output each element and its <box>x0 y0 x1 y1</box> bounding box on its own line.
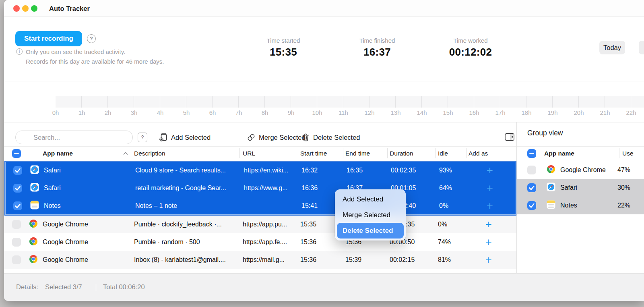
col-url[interactable]: URL <box>243 150 255 157</box>
hour-label: 3h <box>122 109 146 116</box>
search-input[interactable] <box>15 131 133 144</box>
row-checkbox[interactable] <box>527 183 536 192</box>
stat-time-finished: Time finished 16:37 <box>333 37 421 58</box>
timeline-ruler[interactable] <box>56 96 644 108</box>
row-checkbox[interactable] <box>527 201 536 210</box>
stat-time-started: Time started 15:35 <box>239 37 328 58</box>
footer-divider <box>96 284 96 291</box>
col-add-as[interactable]: Add as <box>469 150 488 157</box>
zoom-window-button[interactable] <box>31 5 37 12</box>
safari-icon <box>30 165 39 176</box>
url: https://en.wiki... <box>244 167 288 174</box>
total-duration: Total 00:06:20 <box>103 283 145 291</box>
row-checkbox[interactable] <box>12 255 21 264</box>
side-panel-toggle-button[interactable] <box>505 133 514 142</box>
chrome-icon <box>547 165 555 175</box>
col-duration[interactable]: Duration <box>390 150 413 157</box>
add-as-plus-button[interactable]: + <box>481 218 496 231</box>
today-button[interactable]: Today <box>599 41 625 54</box>
duration: 00:02:15 <box>390 256 415 263</box>
group-select-all-checkbox[interactable] <box>527 149 536 158</box>
group-col-app-name[interactable]: App name <box>544 150 574 157</box>
menu-item-delete-selected[interactable]: Delete Selected <box>337 223 404 239</box>
minimize-window-button[interactable] <box>22 5 29 12</box>
start-recording-button[interactable]: Start recording <box>15 31 82 46</box>
hour-label: 6h <box>200 109 225 116</box>
merge-selected-button[interactable]: Merge Selected <box>247 132 305 143</box>
row-checkbox[interactable] <box>13 201 22 210</box>
help-icon[interactable]: ? <box>87 34 96 43</box>
group-row[interactable]: Safari 30% <box>517 179 644 197</box>
details-label: Details: <box>16 283 38 291</box>
table-row[interactable]: Google Chrome Pumble · clockify_feedback… <box>4 216 517 233</box>
table-row[interactable]: Notes Notes – 1 note 15:41 15:44 00:02:4… <box>5 197 516 215</box>
row-checkbox[interactable] <box>13 184 22 193</box>
col-start-time[interactable]: Start time <box>300 150 327 157</box>
description: Pumble · clockify_feedback ·... <box>134 221 222 228</box>
url: https://app.pu... <box>243 221 287 228</box>
col-end-time[interactable]: End time <box>345 150 370 157</box>
group-view-title: Group view <box>527 129 563 137</box>
date-nav-partial-button[interactable] <box>639 41 644 54</box>
idle-percent: 64% <box>439 185 452 192</box>
row-checkbox[interactable] <box>13 166 22 175</box>
col-idle[interactable]: Idle <box>438 150 448 157</box>
chrome-icon <box>29 255 38 265</box>
section-divider <box>4 122 644 122</box>
add-as-plus-button[interactable]: + <box>482 182 497 195</box>
row-checkbox[interactable] <box>527 166 536 174</box>
group-col-use[interactable]: Use <box>622 150 634 157</box>
hour-label: 1h <box>70 109 94 116</box>
start-time: 15:36 <box>300 256 316 263</box>
col-app-name[interactable]: App name <box>43 150 73 157</box>
add-as-plus-button[interactable]: + <box>481 236 496 249</box>
stat-label: Time started <box>239 37 328 44</box>
table-row[interactable]: Safari retail marketing - Google Sear...… <box>5 179 516 197</box>
table-row[interactable]: Google Chrome Inbox (8) - karlabtest1@gm… <box>4 251 517 269</box>
search-help-button[interactable]: ? <box>138 133 147 142</box>
use-percent: 47% <box>617 166 630 174</box>
app-name: Notes <box>44 202 61 210</box>
add-as-plus-button[interactable]: + <box>482 200 497 212</box>
menu-item-merge-selected[interactable]: Merge Selected <box>337 207 404 223</box>
table-row[interactable]: Safari Cloud 9 store - Search results...… <box>5 162 516 179</box>
group-row[interactable]: Notes 22% <box>517 197 644 214</box>
stat-time-worked: Time worked 00:12:02 <box>426 37 515 58</box>
add-selected-label: Add Selected <box>171 134 211 141</box>
add-timesheet-icon <box>159 133 167 141</box>
idle-percent: 0% <box>438 221 447 228</box>
privacy-note-line2: Records for this day are available for 4… <box>26 58 164 65</box>
hour-label: 10h <box>305 109 329 116</box>
merge-links-icon <box>247 133 255 141</box>
duration: 00:02:35 <box>391 167 416 174</box>
hour-label: 2h <box>96 109 120 116</box>
col-description[interactable]: Description <box>134 150 165 157</box>
select-all-checkbox[interactable] <box>12 149 21 158</box>
hour-label: 18h <box>514 109 539 116</box>
hour-label: 20h <box>567 109 591 116</box>
idle-percent: 74% <box>438 239 451 246</box>
selected-rows-block: Safari Cloud 9 store - Search results...… <box>4 161 517 216</box>
sort-ascending-icon[interactable] <box>123 152 128 155</box>
table-row[interactable]: Google Chrome Pumble · random · 500 http… <box>4 233 517 251</box>
use-percent: 30% <box>617 184 630 191</box>
delete-selected-button[interactable]: Delete Selected <box>302 132 360 143</box>
close-window-button[interactable] <box>13 5 20 12</box>
hour-label: 12h <box>357 109 382 116</box>
privacy-note-line1: Only you can see the tracked activity. <box>26 48 125 55</box>
add-as-plus-button[interactable]: + <box>481 254 496 266</box>
group-row[interactable]: Google Chrome 47% <box>517 161 644 179</box>
description: Cloud 9 store - Search results... <box>135 167 226 174</box>
hour-label: 9h <box>279 109 303 116</box>
menu-item-add-selected[interactable]: Add Selected <box>337 191 404 207</box>
end-time: 15:39 <box>345 256 361 263</box>
add-as-plus-button[interactable]: + <box>482 164 497 177</box>
row-checkbox[interactable] <box>12 238 21 247</box>
section-divider <box>4 81 644 81</box>
start-time: 16:32 <box>301 167 318 174</box>
add-selected-button[interactable]: Add Selected <box>159 132 211 143</box>
url: https://www.g... <box>244 185 287 192</box>
row-checkbox[interactable] <box>12 220 21 229</box>
trash-icon <box>302 133 310 141</box>
info-icon: i <box>16 48 23 55</box>
